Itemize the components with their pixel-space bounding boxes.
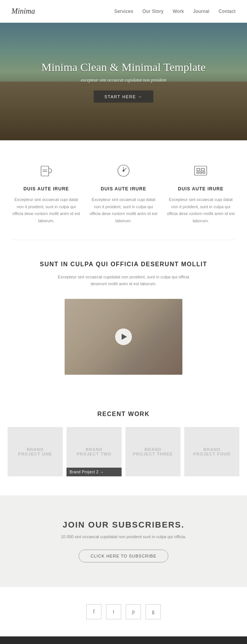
nav-services[interactable]: Services (114, 9, 133, 14)
logo[interactable]: Minima (11, 7, 35, 16)
middle-section: SUNT IN CULPA QUI OFFICIA DESERUNT MOLLI… (0, 240, 247, 390)
work-label-3: BRANDPROJECT THREE (133, 447, 173, 456)
features-section: DUIS AUTE IRURE Excepteur sint occaecat … (0, 140, 247, 240)
work-item-2[interactable]: BRANDPROJECT TWO Brand Project 2 → (66, 427, 122, 476)
feature-item-3: DUIS AUTE IRURE Excepteur sint occaecat … (166, 161, 236, 225)
subscribers-title: JOIN OUR SUBSCRIBERS. (11, 520, 236, 530)
feature-3-title: DUIS AUTE IRURE (166, 186, 236, 192)
navigation: Services Our Story Work Journal Contact (114, 9, 236, 14)
work-item-3[interactable]: BRANDPROJECT THREE (125, 427, 180, 476)
feature-1-icon (37, 161, 56, 180)
work-label-2: BRANDPROJECT TWO (77, 447, 112, 456)
subscribers-text: 10 000 sint occaecat cupidatat non proid… (11, 534, 236, 539)
social-icons: f t p g (11, 604, 236, 619)
nav-journal[interactable]: Journal (193, 9, 209, 14)
feature-2-text: Excepteur sint occaecat cupi datat non i… (89, 196, 158, 225)
hero-title: Minima Clean & Minimal Template (13, 61, 235, 74)
hero-content: Minima Clean & Minimal Template excepteu… (13, 61, 235, 103)
svg-rect-12 (203, 172, 205, 173)
feature-item-1: DUIS AUTE IRURE Excepteur sint occaecat … (11, 161, 81, 225)
feature-3-icon (191, 161, 210, 180)
play-button[interactable] (115, 328, 132, 345)
pinterest-icon[interactable]: p (126, 604, 141, 619)
feature-1-title: DUIS AUTE IRURE (11, 186, 81, 192)
recent-work-section: RECENT WORK BRANDPROJECT ONE BRANDPROJEC… (0, 390, 247, 495)
svg-rect-10 (197, 172, 199, 173)
header: Minima Services Our Story Work Journal C… (0, 0, 247, 23)
work-label-4: BRANDPROJECT FOUR (193, 447, 230, 456)
svg-point-6 (123, 170, 124, 171)
work-caption-2: Brand Project 2 → (66, 468, 122, 476)
feature-2-title: DUIS AUTE IRURE (89, 186, 158, 192)
work-label-1: BRANDPROJECT ONE (18, 447, 52, 456)
middle-subtitle: Excepteur sint occaecat cupidatat non pr… (51, 273, 196, 287)
svg-rect-8 (197, 168, 200, 171)
hero-start-button[interactable]: START HERE → (94, 91, 154, 103)
svg-rect-11 (200, 172, 202, 173)
recent-work-title: RECENT WORK (8, 411, 239, 418)
work-grid: BRANDPROJECT ONE BRANDPROJECT TWO Brand … (8, 427, 239, 476)
middle-title: SUNT IN CULPA QUI OFFICIA DESERUNT MOLLI… (23, 261, 224, 268)
google-plus-icon[interactable]: g (146, 604, 161, 619)
hero-subtitle: excepteur sint occaecat cupidatat non pr… (13, 77, 235, 83)
hero-section: Minima Clean & Minimal Template excepteu… (0, 23, 247, 140)
nav-work[interactable]: Work (173, 9, 184, 14)
social-section: f t p g (0, 587, 247, 636)
subscribers-section: JOIN OUR SUBSCRIBERS. 10 000 sint occaec… (0, 495, 247, 587)
features-grid: DUIS AUTE IRURE Excepteur sint occaecat … (11, 161, 236, 225)
footer: Location 1401 South Grand Avenue Los Ang… (0, 636, 247, 644)
svg-rect-7 (195, 166, 207, 175)
feature-3-text: Excepteur sint occaecat cupi datat non i… (166, 196, 236, 225)
subscribe-button[interactable]: CLICK HERE TO SUBSCRIBE (79, 550, 168, 562)
feature-2-icon (114, 161, 133, 180)
facebook-icon[interactable]: f (86, 604, 101, 619)
svg-rect-9 (201, 168, 204, 171)
video-container[interactable] (65, 299, 182, 375)
work-item-4[interactable]: BRANDPROJECT FOUR (184, 427, 239, 476)
feature-1-text: Excepteur sint occaecat cupi datat non i… (11, 196, 81, 225)
work-item-1[interactable]: BRANDPROJECT ONE (8, 427, 63, 476)
nav-our-story[interactable]: Our Story (142, 9, 164, 14)
feature-item-2: DUIS AUTE IRURE Excepteur sint occaecat … (89, 161, 158, 225)
svg-rect-0 (41, 166, 49, 176)
twitter-icon[interactable]: t (106, 604, 121, 619)
nav-contact[interactable]: Contact (218, 9, 236, 14)
